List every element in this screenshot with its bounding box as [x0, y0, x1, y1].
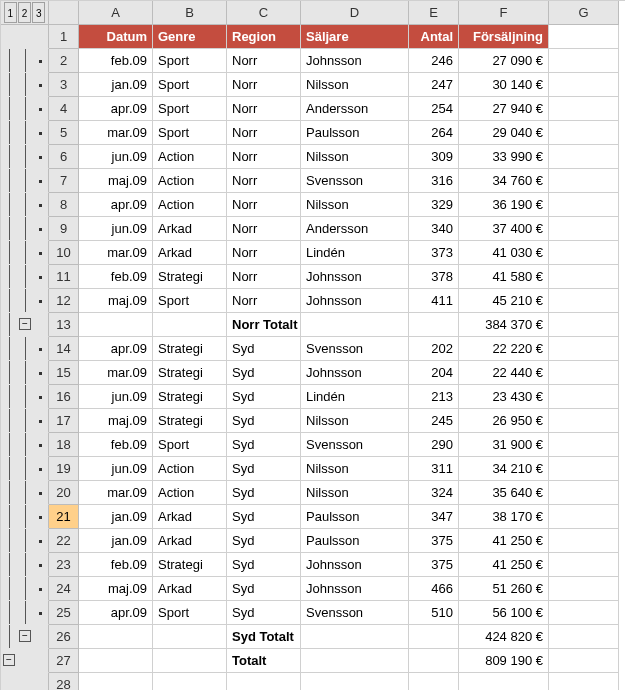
cell-antal[interactable]: 411	[409, 289, 459, 313]
cell-datum[interactable]: apr.09	[79, 337, 153, 361]
cell-saljare[interactable]: Nilsson	[301, 73, 409, 97]
cell[interactable]	[549, 457, 619, 481]
cell[interactable]	[549, 505, 619, 529]
cell-saljare[interactable]: Nilsson	[301, 145, 409, 169]
cell-region[interactable]: Norr	[227, 289, 301, 313]
cell-region[interactable]: Norr	[227, 73, 301, 97]
cell-genre[interactable]: Strategi	[153, 265, 227, 289]
col-header-A[interactable]: A	[79, 1, 153, 25]
cell-forsaljning[interactable]: 33 990 €	[459, 145, 549, 169]
cell-region[interactable]: Norr	[227, 265, 301, 289]
cell-region[interactable]: Syd	[227, 409, 301, 433]
table-header-cell[interactable]: Försäljning	[459, 25, 549, 49]
cell-antal[interactable]: 290	[409, 433, 459, 457]
cell[interactable]	[301, 649, 409, 673]
cell-antal[interactable]: 311	[409, 457, 459, 481]
row-header[interactable]: 28	[49, 673, 79, 690]
table-header-cell[interactable]: Genre	[153, 25, 227, 49]
row-header[interactable]: 18	[49, 433, 79, 457]
cell[interactable]	[549, 289, 619, 313]
cell[interactable]	[549, 145, 619, 169]
outline-levels[interactable]: 123	[1, 1, 49, 25]
cell-forsaljning[interactable]: 29 040 €	[459, 121, 549, 145]
cell-region[interactable]: Syd	[227, 481, 301, 505]
col-header-E[interactable]: E	[409, 1, 459, 25]
cell-region[interactable]: Syd	[227, 337, 301, 361]
cell-genre[interactable]: Action	[153, 169, 227, 193]
outline-collapse-button[interactable]: −	[19, 630, 31, 642]
cell-antal[interactable]: 246	[409, 49, 459, 73]
cell[interactable]	[549, 577, 619, 601]
cell-saljare[interactable]: Svensson	[301, 433, 409, 457]
cell-genre[interactable]: Action	[153, 145, 227, 169]
row-header[interactable]: 26	[49, 625, 79, 649]
cell-region[interactable]: Norr	[227, 193, 301, 217]
cell[interactable]	[549, 265, 619, 289]
table-header-cell[interactable]: Datum	[79, 25, 153, 49]
cell[interactable]	[549, 313, 619, 337]
cell-genre[interactable]: Arkad	[153, 505, 227, 529]
cell-forsaljning[interactable]: 36 190 €	[459, 193, 549, 217]
cell-datum[interactable]: apr.09	[79, 193, 153, 217]
cell-genre[interactable]: Strategi	[153, 337, 227, 361]
cell-datum[interactable]: feb.09	[79, 553, 153, 577]
cell-datum[interactable]: jan.09	[79, 505, 153, 529]
col-header-G[interactable]: G	[549, 1, 619, 25]
cell-datum[interactable]: feb.09	[79, 433, 153, 457]
cell-forsaljning[interactable]: 30 140 €	[459, 73, 549, 97]
row-header[interactable]: 23	[49, 553, 79, 577]
row-header[interactable]: 24	[49, 577, 79, 601]
cell-genre[interactable]: Strategi	[153, 553, 227, 577]
cell-genre[interactable]: Sport	[153, 73, 227, 97]
cell[interactable]	[79, 313, 153, 337]
cell-antal[interactable]: 316	[409, 169, 459, 193]
cell-antal[interactable]: 347	[409, 505, 459, 529]
cell-forsaljning[interactable]: 45 210 €	[459, 289, 549, 313]
cell-region[interactable]: Norr	[227, 49, 301, 73]
cell-saljare[interactable]: Nilsson	[301, 481, 409, 505]
cell-region[interactable]: Syd	[227, 577, 301, 601]
cell-region[interactable]: Norr	[227, 169, 301, 193]
cell[interactable]	[549, 97, 619, 121]
spreadsheet-grid[interactable]: 123ABCDEFG1DatumGenreRegionSäljareAntalF…	[0, 0, 625, 690]
cell-datum[interactable]: maj.09	[79, 577, 153, 601]
cell-region[interactable]: Norr	[227, 217, 301, 241]
outline-level-3[interactable]: 3	[32, 2, 45, 23]
cell-datum[interactable]: jun.09	[79, 457, 153, 481]
cell-forsaljning[interactable]: 51 260 €	[459, 577, 549, 601]
cell-genre[interactable]: Arkad	[153, 529, 227, 553]
cell-forsaljning[interactable]: 34 760 €	[459, 169, 549, 193]
cell-datum[interactable]: mar.09	[79, 361, 153, 385]
table-header-cell[interactable]: Region	[227, 25, 301, 49]
cell[interactable]	[549, 673, 619, 690]
cell-datum[interactable]: maj.09	[79, 169, 153, 193]
cell-saljare[interactable]: Nilsson	[301, 193, 409, 217]
cell-datum[interactable]: maj.09	[79, 409, 153, 433]
cell-genre[interactable]: Sport	[153, 49, 227, 73]
col-header-C[interactable]: C	[227, 1, 301, 25]
cell-forsaljning[interactable]: 35 640 €	[459, 481, 549, 505]
cell[interactable]	[79, 649, 153, 673]
cell-forsaljning[interactable]: 41 580 €	[459, 265, 549, 289]
cell-genre[interactable]: Sport	[153, 601, 227, 625]
cell-datum[interactable]: apr.09	[79, 601, 153, 625]
row-header[interactable]: 5	[49, 121, 79, 145]
cell-datum[interactable]: mar.09	[79, 481, 153, 505]
cell[interactable]	[301, 313, 409, 337]
cell-antal[interactable]: 309	[409, 145, 459, 169]
outline-collapse-button[interactable]: −	[3, 654, 15, 666]
cell-forsaljning[interactable]: 27 940 €	[459, 97, 549, 121]
cell-datum[interactable]: feb.09	[79, 49, 153, 73]
cell-genre[interactable]: Sport	[153, 433, 227, 457]
cell[interactable]	[409, 649, 459, 673]
cell-region[interactable]: Syd	[227, 457, 301, 481]
cell-saljare[interactable]	[301, 673, 409, 690]
cell-region[interactable]: Syd	[227, 601, 301, 625]
cell-saljare[interactable]: Johnsson	[301, 577, 409, 601]
cell-saljare[interactable]: Johnsson	[301, 553, 409, 577]
cell-saljare[interactable]: Nilsson	[301, 409, 409, 433]
row-header[interactable]: 27	[49, 649, 79, 673]
cell-forsaljning[interactable]	[459, 673, 549, 690]
cell[interactable]	[549, 409, 619, 433]
cell[interactable]	[549, 481, 619, 505]
